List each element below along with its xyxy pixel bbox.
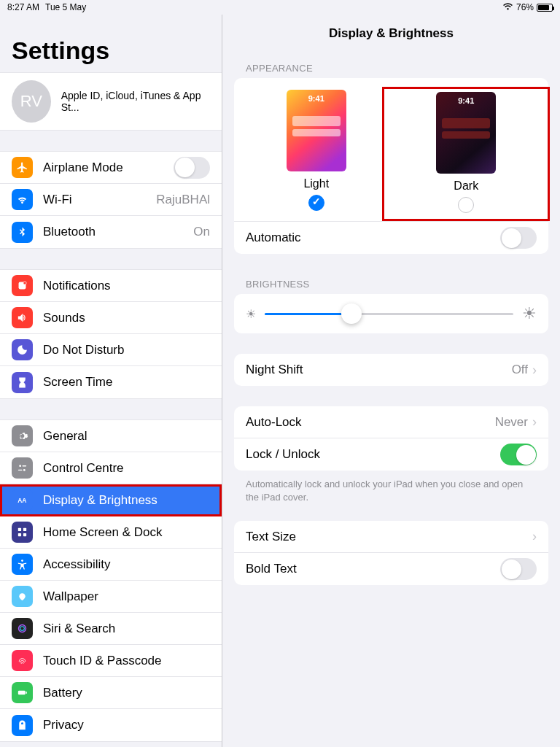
battery-settings-icon (12, 682, 33, 703)
display-icon: AA (12, 489, 33, 511)
airplane-icon (12, 157, 33, 178)
dnd-label: Do Not Disturb (43, 343, 210, 357)
wifi-value: RajuBHAl (156, 193, 210, 207)
lockunlock-note: Automatically lock and unlock your iPad … (222, 475, 560, 503)
boldtext-toggle[interactable] (500, 558, 537, 580)
textsize-label: Text Size (246, 530, 528, 544)
controlcentre-label: Control Centre (43, 461, 210, 476)
sidebar-item-wallpaper[interactable]: Wallpaper (0, 581, 222, 613)
privacy-label: Privacy (43, 718, 210, 732)
privacy-icon (12, 715, 33, 736)
sidebar-item-sounds[interactable]: Sounds (0, 302, 222, 334)
appearance-light[interactable]: 9:41 Light (254, 90, 378, 215)
display-label: Display & Brightness (43, 493, 210, 508)
sidebar-item-accessibility[interactable]: Accessibility (0, 549, 222, 581)
bluetooth-icon (12, 222, 33, 243)
touchid-icon (12, 650, 33, 671)
notifications-icon (12, 275, 33, 296)
svg-rect-8 (23, 528, 26, 531)
screentime-icon (12, 372, 33, 393)
sidebar-item-dnd[interactable]: Do Not Disturb (0, 334, 222, 366)
nightshift-row[interactable]: Night Shift Off › (234, 354, 548, 386)
boldtext-row[interactable]: Bold Text (234, 553, 548, 585)
svg-text:AA: AA (18, 497, 26, 504)
svg-rect-3 (23, 465, 27, 466)
automatic-row[interactable]: Automatic (234, 222, 548, 254)
siri-label: Siri & Search (43, 622, 210, 636)
svg-point-1 (23, 282, 26, 285)
wallpaper-label: Wallpaper (43, 589, 210, 604)
sidebar-item-wifi[interactable]: Wi-Fi RajuBHAl (0, 184, 222, 216)
svg-rect-7 (18, 528, 21, 531)
accessibility-label: Accessibility (43, 557, 210, 572)
dark-radio[interactable] (458, 197, 474, 213)
brightness-header: BRIGHTNESS (222, 274, 560, 294)
screentime-label: Screen Time (43, 375, 210, 390)
bluetooth-label: Bluetooth (43, 225, 193, 239)
chevron-right-icon: › (532, 363, 537, 378)
siri-icon (12, 618, 33, 639)
dark-label: Dark (406, 179, 526, 193)
notifications-label: Notifications (43, 279, 210, 293)
controlcentre-icon (12, 457, 33, 479)
sidebar-item-notifications[interactable]: Notifications (0, 270, 222, 302)
homescreen-icon (12, 522, 33, 543)
sidebar-item-screentime[interactable]: Screen Time (0, 366, 222, 398)
battery-icon (537, 4, 553, 12)
wifi-settings-icon (12, 189, 33, 210)
sounds-icon (12, 307, 33, 328)
airplane-toggle[interactable] (174, 157, 210, 179)
sidebar-item-homescreen[interactable]: Home Screen & Dock (0, 516, 222, 549)
brightness-slider-row[interactable]: ☀︎ ☀︎ (234, 294, 548, 333)
sidebar-item-controlcentre[interactable]: Control Centre (0, 452, 222, 484)
battery-percent: 76% (516, 2, 534, 12)
sidebar-item-battery[interactable]: Battery (0, 677, 222, 709)
sun-small-icon: ☀︎ (246, 307, 256, 321)
svg-point-13 (20, 627, 25, 631)
general-label: General (43, 429, 210, 444)
chevron-right-icon: › (532, 529, 537, 544)
settings-title: Settings (0, 15, 222, 72)
sidebar-item-airplane[interactable]: Airplane Mode (0, 152, 222, 184)
account-row[interactable]: RV Apple ID, iCloud, iTunes & App St... (0, 73, 222, 130)
wifi-icon (502, 2, 513, 12)
light-thumb: 9:41 (287, 90, 346, 171)
settings-sidebar: Settings RV Apple ID, iCloud, iTunes & A… (0, 15, 222, 747)
lockunlock-row[interactable]: Lock / Unlock (234, 438, 548, 471)
svg-point-11 (21, 560, 23, 562)
boldtext-label: Bold Text (246, 562, 500, 576)
autolock-row[interactable]: Auto-Lock Never › (234, 406, 548, 438)
sidebar-item-bluetooth[interactable]: Bluetooth On (0, 216, 222, 248)
status-time: 8:27 AM (7, 2, 39, 12)
sidebar-item-touchid[interactable]: Touch ID & Passcode (0, 645, 222, 677)
sun-large-icon: ☀︎ (522, 304, 537, 323)
dnd-icon (12, 339, 33, 360)
autolock-label: Auto-Lock (246, 415, 495, 430)
sidebar-item-display[interactable]: AA Display & Brightness (0, 484, 222, 516)
nightshift-value: Off (512, 363, 528, 377)
sidebar-item-privacy[interactable]: Privacy (0, 709, 222, 741)
avatar: RV (12, 80, 51, 123)
sounds-label: Sounds (43, 311, 210, 325)
homescreen-label: Home Screen & Dock (43, 525, 210, 540)
sidebar-item-general[interactable]: General (0, 420, 222, 452)
textsize-row[interactable]: Text Size › (234, 521, 548, 553)
touchid-label: Touch ID & Passcode (43, 654, 210, 668)
autolock-value: Never (495, 415, 528, 430)
appearance-dark[interactable]: 9:41 Dark (404, 90, 528, 215)
svg-point-2 (19, 465, 21, 467)
svg-rect-15 (26, 692, 26, 694)
automatic-label: Automatic (246, 231, 500, 245)
status-date: Tue 5 May (45, 2, 86, 12)
automatic-toggle[interactable] (500, 227, 537, 249)
bluetooth-value: On (193, 225, 210, 239)
sidebar-item-siri[interactable]: Siri & Search (0, 613, 222, 645)
chevron-right-icon: › (532, 414, 537, 430)
light-radio[interactable] (308, 195, 324, 211)
lockunlock-toggle[interactable] (500, 444, 537, 465)
svg-rect-10 (23, 533, 26, 536)
brightness-slider[interactable] (265, 313, 513, 315)
appearance-header: APPEARANCE (222, 58, 560, 78)
svg-point-4 (23, 469, 26, 471)
account-subtitle: Apple ID, iCloud, iTunes & App St... (61, 90, 210, 113)
